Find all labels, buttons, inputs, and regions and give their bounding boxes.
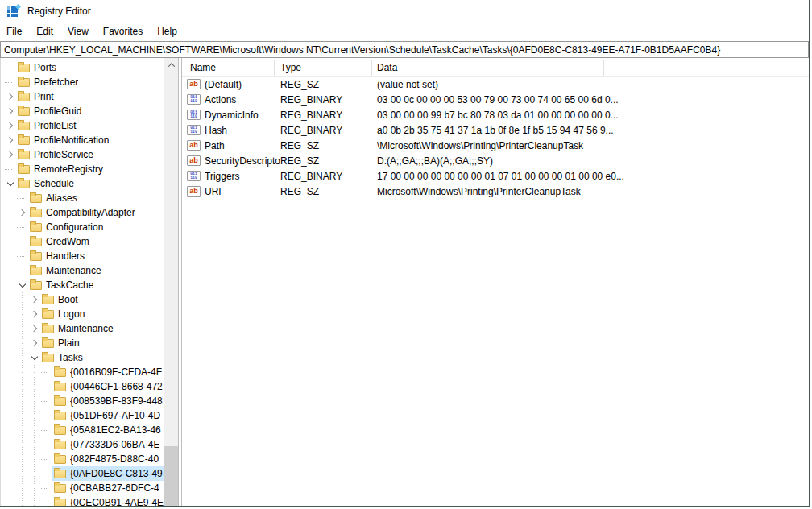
folder-icon [42, 339, 54, 348]
tree-item[interactable]: TaskCache [4, 278, 178, 292]
tree-item-selected[interactable]: {0AFD0E8C-C813-49 [4, 466, 178, 481]
binary-value-icon: 011110 [187, 94, 201, 105]
tree-item[interactable]: ProfileService [4, 147, 178, 162]
menu-file[interactable]: File [0, 23, 29, 40]
tree-item[interactable]: {082F4875-D88C-40 [4, 452, 178, 466]
string-value-icon: ab [187, 79, 201, 89]
menu-edit[interactable]: Edit [29, 23, 60, 40]
tree-item[interactable]: Maintenance [4, 263, 178, 278]
tree-item[interactable]: CredWom [4, 234, 178, 249]
chevron-right-icon[interactable] [30, 340, 36, 346]
chevron-right-icon[interactable] [30, 311, 36, 317]
string-value-icon: ab [187, 155, 201, 166]
folder-icon [54, 368, 66, 377]
value-row[interactable]: ab(Default) REG_SZ (value not set) [182, 77, 809, 92]
tree-connector [5, 68, 12, 68]
folder-icon [18, 64, 30, 72]
tree-connector [41, 474, 48, 474]
folder-icon [30, 238, 42, 246]
chevron-right-icon[interactable] [30, 296, 36, 303]
tree-item[interactable]: {008539BF-83F9-448 [4, 394, 178, 408]
column-header-type[interactable]: Type [275, 60, 372, 76]
value-row[interactable]: abSecurityDescriptor REG_SZ D:(A;;GA;;;B… [182, 153, 809, 168]
folder-icon [18, 93, 30, 101]
menu-help[interactable]: Help [150, 23, 184, 40]
scroll-up-button[interactable] [164, 58, 178, 72]
folder-icon [30, 209, 42, 217]
tree-item[interactable]: Print [4, 89, 178, 104]
chevron-right-icon[interactable] [6, 108, 12, 114]
tree-item[interactable]: Configuration [4, 220, 178, 234]
chevron-right-icon[interactable] [6, 122, 12, 129]
tree-item[interactable]: {051DF697-AF10-4D [4, 408, 178, 423]
scrollbar-thumb[interactable] [164, 446, 178, 506]
value-row[interactable]: 011110Actions REG_BINARY 03 00 0c 00 00 … [182, 92, 809, 107]
column-header-filler [604, 60, 809, 76]
tree-item[interactable]: CompatibilityAdapter [4, 205, 178, 220]
tree-item[interactable]: Handlers [4, 249, 178, 263]
address-bar[interactable]: Computer\HKEY_LOCAL_MACHINE\SOFTWARE\Mic… [0, 41, 809, 58]
column-header-data[interactable]: Data [372, 60, 604, 76]
chevron-down-icon[interactable] [6, 179, 13, 185]
folder-icon [18, 165, 30, 174]
tree-item[interactable]: Ports [4, 60, 178, 75]
tree-item[interactable]: Prefetcher [4, 75, 178, 89]
binary-value-icon: 011110 [187, 110, 201, 120]
chevron-right-icon[interactable] [18, 209, 24, 216]
arrow-up-icon [168, 63, 174, 69]
menu-view[interactable]: View [60, 23, 96, 40]
chevron-down-icon[interactable] [19, 280, 25, 287]
folder-icon [42, 354, 54, 362]
value-row[interactable]: 011110DynamicInfo REG_BINARY 03 00 00 00… [182, 107, 809, 122]
value-row[interactable]: 011110Triggers REG_BINARY 17 00 00 00 00… [182, 168, 809, 184]
value-row[interactable]: 011110Hash REG_BINARY a0 0b 2b 35 75 41 … [182, 122, 809, 138]
chevron-right-icon[interactable] [6, 93, 12, 100]
tree-item[interactable]: {077333D6-06BA-4E [4, 437, 178, 452]
folder-icon [30, 252, 42, 261]
binary-value-icon: 011110 [187, 171, 201, 181]
folder-icon [54, 412, 66, 420]
tree-item[interactable]: ProfileGuid [4, 104, 178, 118]
tree-connector [41, 372, 48, 373]
tree-item[interactable]: Maintenance [4, 321, 178, 336]
value-row[interactable]: abPath REG_SZ \Microsoft\Windows\Printin… [182, 138, 809, 153]
tree-item[interactable]: Boot [4, 292, 178, 307]
tree-connector [17, 198, 24, 199]
tree-item[interactable]: Tasks [4, 350, 178, 365]
tree-item[interactable]: {0CEC0B91-4AE9-4E [4, 495, 178, 506]
folder-icon [18, 151, 30, 159]
tree-item[interactable]: Aliases [4, 191, 178, 205]
tree-item[interactable]: Plain [4, 336, 178, 350]
tree-item[interactable]: ProfileList [4, 118, 178, 133]
tree-connector [17, 227, 24, 228]
title-bar: Registry Editor [0, 0, 809, 23]
string-value-icon: ab [187, 186, 201, 197]
folder-icon [30, 223, 42, 232]
tree-vertical-scrollbar[interactable] [164, 58, 178, 506]
folder-icon [54, 426, 66, 435]
tree-item[interactable]: {0CBABB27-6DFC-4 [4, 481, 178, 495]
tree-item[interactable]: Logon [4, 307, 178, 321]
tree-item[interactable]: {0016B09F-CFDA-4F [4, 365, 178, 379]
values-list-pane: Name Type Data ab(Default) REG_SZ (value… [181, 58, 809, 506]
folder-icon [54, 397, 66, 406]
chevron-right-icon[interactable] [30, 325, 36, 332]
folder-icon [18, 78, 30, 87]
column-header-name[interactable]: Name [182, 60, 275, 76]
menu-favorites[interactable]: Favorites [96, 23, 150, 40]
folder-icon [54, 499, 66, 506]
list-header: Name Type Data [182, 60, 809, 77]
tree-item[interactable]: RemoteRegistry [4, 162, 178, 176]
tree-connector [41, 488, 48, 489]
tree-item[interactable]: Schedule [4, 176, 178, 191]
registry-editor-window: Registry Editor File Edit View Favorites… [0, 0, 810, 507]
tree-item[interactable]: {00446CF1-8668-472 [4, 379, 178, 394]
tree-connector [5, 169, 12, 170]
tree-item[interactable]: ProfileNotification [4, 133, 178, 147]
tree-item[interactable]: {05A81EC2-BA13-46 [4, 423, 178, 437]
chevron-right-icon[interactable] [6, 151, 12, 158]
value-row[interactable]: abURI REG_SZ Microsoft\Windows\Printing\… [182, 184, 809, 199]
tree-connector [41, 445, 48, 445]
chevron-down-icon[interactable] [31, 353, 37, 359]
chevron-right-icon[interactable] [6, 137, 12, 143]
